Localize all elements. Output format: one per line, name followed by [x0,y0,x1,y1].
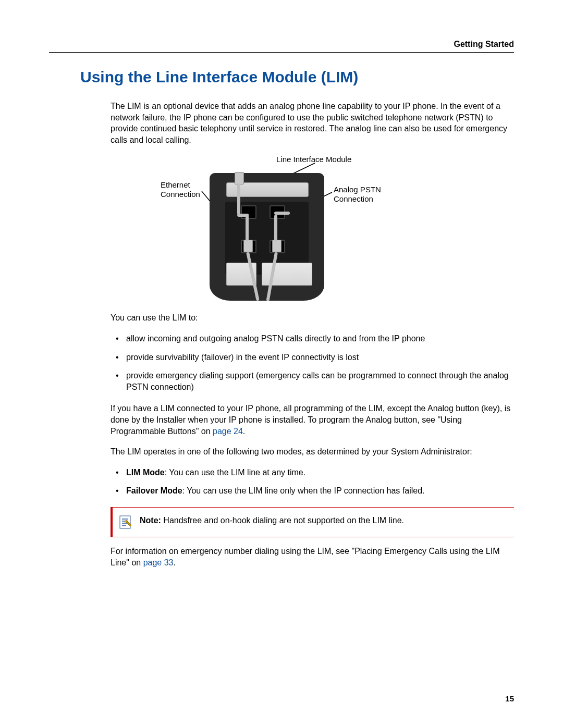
lim-diagram: Line Interface Module Ethernet Connectio… [111,155,514,306]
programming-paragraph: If you have a LIM connected to your IP p… [111,403,514,437]
page-header: Getting Started [49,40,514,53]
note-icon [119,515,132,529]
modes-intro: The LIM operates in one of the following… [111,446,514,458]
list-item: provide survivability (failover) in the … [111,352,514,363]
uses-intro: You can use the LIM to: [111,312,514,324]
page-24-link[interactable]: page 24 [213,427,243,436]
note-box: Note: Handsfree and on-hook dialing are … [111,507,514,537]
list-item: LIM Mode: You can use the LIM line at an… [111,467,514,478]
modes-list: LIM Mode: You can use the LIM line at an… [111,467,514,497]
list-item: provide emergency dialing support (emerg… [111,370,514,392]
section-label: Getting Started [454,40,514,48]
uses-list: allow incoming and outgoing analog PSTN … [111,333,514,392]
intro-paragraph: The LIM is an optional device that adds … [111,101,514,145]
note-text: Note: Handsfree and on-hook dialing are … [140,515,404,526]
callout-top: Line Interface Module [276,155,351,164]
callout-left: Ethernet Connection [161,180,200,199]
device-illustration [210,173,324,301]
callout-right: Analog PSTN Connection [334,185,381,204]
page-number: 15 [505,694,514,703]
page-title: Using the Line Interface Module (LIM) [80,68,514,86]
page-33-link[interactable]: page 33 [143,558,174,567]
list-item: allow incoming and outgoing analog PSTN … [111,333,514,344]
list-item: Failover Mode: You can use the LIM line … [111,485,514,497]
emergency-paragraph: For information on emergency number dial… [111,546,514,568]
